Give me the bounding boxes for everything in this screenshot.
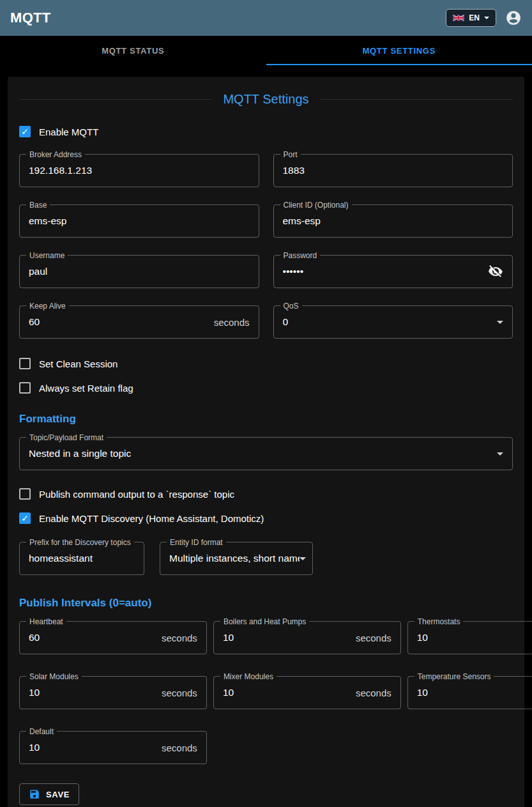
checkbox-checked-icon[interactable] [19, 512, 31, 524]
account-circle-icon [505, 10, 522, 26]
dropdown-arrow-icon [300, 557, 306, 560]
field-label: Default [26, 726, 57, 737]
connection-fields-grid: Broker Address Port Base Client ID (Opti… [19, 154, 513, 339]
account-button[interactable] [505, 10, 522, 26]
temperature-sensors-interval-input[interactable] [417, 687, 532, 698]
unit-suffix: seconds [351, 633, 391, 643]
field-label: Broker Address [26, 150, 85, 160]
checkbox-label: Publish command output to a `response` t… [39, 489, 234, 500]
default-interval-field: Default seconds [19, 731, 207, 764]
retain-flag-checkbox-row[interactable]: Always set Retain flag [19, 382, 133, 394]
keep-alive-field: Keep Alive seconds [19, 305, 259, 339]
field-label: Solar Modules [26, 672, 82, 682]
mqtt-discovery-checkbox-row[interactable]: Enable MQTT Discovery (Home Assistant, D… [19, 512, 264, 524]
dropdown-arrow-icon [497, 321, 503, 324]
solar-interval-input[interactable] [29, 687, 156, 698]
unit-suffix: seconds [156, 633, 197, 643]
toggle-password-visibility-button[interactable] [488, 264, 503, 279]
boilers-interval-field: Boilers and Heat Pumps seconds [213, 621, 401, 654]
field-label: Client ID (Optional) [280, 200, 352, 210]
boilers-interval-input[interactable] [223, 632, 351, 643]
visibility-off-icon [488, 264, 503, 279]
language-label: EN [469, 13, 480, 22]
field-label: Heartbeat [26, 617, 66, 627]
language-selector[interactable]: EN [446, 9, 496, 27]
password-field: Password [273, 255, 513, 288]
checkbox-label: Enable MQTT Discovery (Home Assistant, D… [39, 513, 264, 524]
username-input[interactable] [29, 266, 250, 277]
checkbox-checked-icon[interactable] [19, 126, 31, 137]
password-input[interactable] [283, 266, 483, 277]
checkbox-label: Enable MQTT [39, 127, 98, 137]
field-label: QoS [280, 301, 302, 311]
port-input[interactable] [283, 165, 504, 176]
default-interval-input[interactable] [29, 742, 156, 753]
tab-mqtt-status[interactable]: MQTT STATUS [0, 36, 266, 65]
checkbox-unchecked-icon[interactable] [19, 382, 31, 394]
dropdown-arrow-icon [497, 452, 503, 456]
entity-format-selected-value: Multiple instances, short name [169, 553, 300, 564]
publish-intervals-heading: Publish Intervals (0=auto) [19, 597, 513, 610]
save-icon [29, 788, 40, 800]
checkbox-unchecked-icon[interactable] [19, 358, 31, 369]
save-button[interactable]: SAVE [19, 783, 79, 805]
app-title: MQTT [10, 10, 51, 26]
app-header: MQTT EN [0, 0, 532, 36]
qos-selected-value: 0 [283, 316, 498, 328]
unit-suffix: seconds [209, 317, 250, 328]
base-input[interactable] [29, 215, 250, 227]
field-label: Thermostats [414, 617, 464, 627]
publish-intervals-grid: Heartbeat seconds Boilers and Heat Pumps… [19, 621, 513, 764]
entity-id-format-select[interactable]: Entity ID format Multiple instances, sho… [160, 542, 313, 575]
unit-suffix: seconds [351, 688, 391, 698]
publish-response-checkbox-row[interactable]: Publish command output to a `response` t… [19, 488, 234, 500]
clean-session-checkbox-row[interactable]: Set Clean Session [19, 358, 118, 369]
mixer-interval-field: Mixer Modules seconds [213, 676, 401, 709]
formatting-heading: Formatting [19, 413, 513, 426]
tab-bar: MQTT STATUS MQTT SETTINGS [0, 36, 532, 65]
tab-mqtt-settings[interactable]: MQTT SETTINGS [266, 36, 532, 65]
field-label: Port [280, 150, 301, 160]
discovery-prefix-field: Prefix for the Discovery topics [19, 542, 144, 575]
heartbeat-interval-input[interactable] [29, 632, 156, 643]
checkbox-label: Set Clean Session [39, 358, 118, 369]
field-label: Keep Alive [26, 301, 69, 311]
field-label: Mixer Modules [220, 672, 277, 682]
save-button-label: SAVE [46, 790, 70, 799]
keep-alive-input[interactable] [29, 316, 209, 328]
field-label: Password [280, 250, 321, 261]
field-label: Entity ID format [167, 537, 226, 548]
enable-mqtt-checkbox-row[interactable]: Enable MQTT [19, 126, 98, 137]
thermostats-interval-field: Thermostats seconds [407, 621, 532, 654]
field-label: Temperature Sensors [414, 672, 494, 682]
solar-interval-field: Solar Modules seconds [19, 676, 207, 709]
field-label: Base [26, 200, 50, 210]
field-label: Topic/Payload Format [26, 433, 107, 443]
field-label: Prefix for the Discovery topics [26, 537, 134, 548]
mqtt-settings-card: MQTT Settings Enable MQTT Broker Address… [8, 77, 524, 807]
client-id-field: Client ID (Optional) [273, 204, 513, 238]
discovery-prefix-input[interactable] [29, 553, 135, 564]
page-title: MQTT Settings [19, 92, 513, 107]
broker-address-input[interactable] [29, 165, 250, 176]
broker-address-field: Broker Address [19, 154, 259, 187]
unit-suffix: seconds [156, 688, 197, 698]
topic-payload-format-select[interactable]: Topic/Payload Format Nested in a single … [19, 437, 513, 470]
temperature-sensors-interval-field: Temperature Sensors seconds [407, 676, 532, 709]
client-id-input[interactable] [283, 215, 504, 227]
discovery-options-row: Prefix for the Discovery topics Entity I… [19, 542, 513, 575]
qos-select[interactable]: QoS 0 [273, 305, 513, 339]
field-label: Username [26, 250, 68, 261]
checkbox-unchecked-icon[interactable] [19, 488, 31, 500]
chevron-down-icon [484, 17, 489, 19]
heartbeat-interval-field: Heartbeat seconds [19, 621, 207, 654]
port-field: Port [273, 154, 513, 187]
checkbox-label: Always set Retain flag [39, 383, 133, 394]
topic-format-selected-value: Nested in a single topic [29, 448, 497, 459]
field-label: Boilers and Heat Pumps [220, 617, 309, 627]
thermostats-interval-input[interactable] [417, 632, 532, 643]
mixer-interval-input[interactable] [223, 687, 351, 698]
username-field: Username [19, 255, 259, 288]
base-field: Base [19, 204, 259, 238]
appbar-actions: EN [446, 9, 522, 27]
